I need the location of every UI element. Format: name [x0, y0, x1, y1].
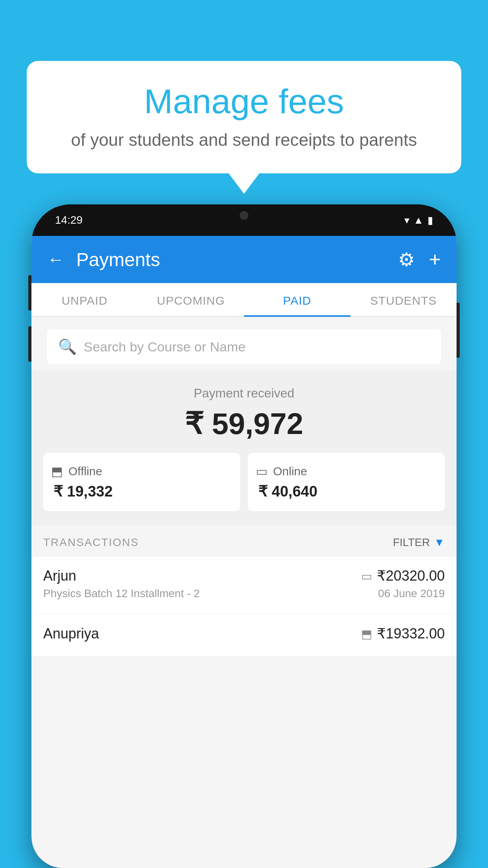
volume-up-button — [28, 275, 31, 311]
tab-upcoming[interactable]: UPCOMING — [138, 283, 244, 316]
online-card: ▭ Online ₹ 40,640 — [248, 453, 445, 511]
payment-cards: ⬒ Offline ₹ 19,332 ▭ Online ₹ 40,640 — [43, 453, 445, 511]
offline-icon: ⬒ — [51, 464, 63, 479]
wifi-icon: ▾ — [404, 214, 409, 226]
offline-label: Offline — [68, 465, 102, 478]
filter-button[interactable]: FILTER ▼ — [393, 536, 445, 549]
search-input[interactable]: Search by Course or Name — [84, 339, 246, 355]
add-button[interactable]: + — [429, 248, 441, 271]
header-left: ← Payments — [47, 249, 160, 270]
search-icon: 🔍 — [58, 338, 77, 355]
settings-icon[interactable]: ⚙ — [398, 248, 415, 270]
status-icons: ▾ ▲ ▮ — [404, 214, 433, 226]
status-time: 14:29 — [55, 214, 83, 226]
transactions-label: TRANSACTIONS — [43, 536, 139, 549]
tab-paid[interactable]: PAID — [244, 283, 350, 316]
card-payment-icon-1: ▭ — [361, 569, 372, 583]
table-row[interactable]: Arjun ▭ ₹20320.00 Physics Batch 12 Insta… — [31, 557, 457, 614]
payment-received-label: Payment received — [43, 386, 445, 401]
transactions-header: TRANSACTIONS FILTER ▼ — [31, 525, 457, 557]
transaction-amount-1: ▭ ₹20320.00 — [361, 568, 445, 584]
bubble-title: Manage fees — [50, 83, 438, 121]
filter-icon: ▼ — [434, 536, 445, 549]
online-amount: ₹ 40,640 — [256, 483, 317, 500]
payment-total-amount: ₹ 59,972 — [43, 406, 445, 441]
transaction-amount-value-2: ₹19332.00 — [377, 625, 445, 642]
header-right: ⚙ + — [398, 248, 441, 271]
battery-icon: ▮ — [427, 214, 433, 226]
online-card-header: ▭ Online — [256, 464, 307, 479]
camera — [240, 211, 248, 220]
transaction-list: Arjun ▭ ₹20320.00 Physics Batch 12 Insta… — [31, 557, 457, 657]
offline-card: ⬒ Offline ₹ 19,332 — [43, 453, 240, 511]
online-label: Online — [273, 465, 307, 478]
bubble-subtitle: of your students and send receipts to pa… — [50, 130, 438, 150]
offline-card-header: ⬒ Offline — [51, 464, 102, 479]
transaction-name-1: Arjun — [43, 568, 76, 584]
transaction-detail-1: Physics Batch 12 Installment - 2 — [43, 587, 200, 600]
status-bar: 14:29 ▾ ▲ ▮ — [31, 204, 457, 236]
filter-label: FILTER — [393, 536, 430, 549]
speech-bubble: Manage fees of your students and send re… — [27, 61, 461, 173]
transaction-row-1: Arjun ▭ ₹20320.00 — [43, 568, 445, 584]
app-content: ← Payments ⚙ + UNPAID UPCOMING PAID STUD… — [31, 236, 457, 868]
transaction-amount-value-1: ₹20320.00 — [377, 568, 445, 584]
phone-frame: 14:29 ▾ ▲ ▮ ← Payments ⚙ + UNPAID UPCOMI… — [31, 204, 457, 868]
card-payment-icon-2: ⬒ — [361, 627, 372, 641]
online-icon: ▭ — [256, 464, 268, 479]
transaction-amount-2: ⬒ ₹19332.00 — [361, 625, 445, 642]
offline-amount: ₹ 19,332 — [51, 483, 113, 500]
back-button[interactable]: ← — [47, 250, 64, 269]
power-button — [457, 303, 460, 358]
search-bar[interactable]: 🔍 Search by Course or Name — [47, 329, 441, 364]
transaction-row-2: Anupriya ⬒ ₹19332.00 — [43, 625, 445, 642]
transaction-detail-row-1: Physics Batch 12 Installment - 2 06 June… — [43, 587, 445, 600]
phone-notch — [218, 204, 270, 226]
transaction-date-1: 06 June 2019 — [378, 587, 445, 600]
tab-students[interactable]: STUDENTS — [350, 283, 457, 316]
signal-icon: ▲ — [413, 214, 424, 226]
tabs-bar: UNPAID UPCOMING PAID STUDENTS — [31, 283, 457, 317]
table-row[interactable]: Anupriya ⬒ ₹19332.00 — [31, 614, 457, 657]
volume-down-button — [28, 326, 31, 362]
payment-summary: Payment received ₹ 59,972 ⬒ Offline ₹ 19… — [31, 370, 457, 525]
tab-unpaid[interactable]: UNPAID — [31, 283, 138, 316]
page-title: Payments — [76, 249, 160, 270]
transaction-name-2: Anupriya — [43, 625, 99, 642]
app-header: ← Payments ⚙ + — [31, 236, 457, 283]
